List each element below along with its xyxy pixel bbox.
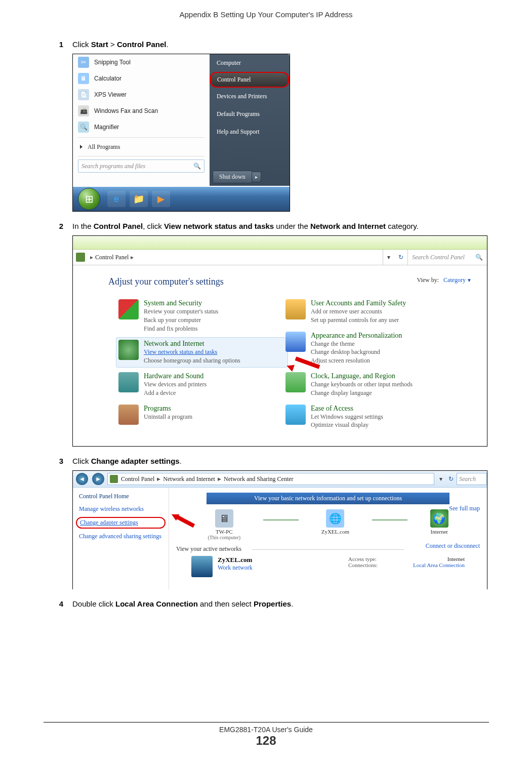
taskbar-ie-icon[interactable]: e — [107, 191, 126, 207]
category-link[interactable]: View devices and printers — [144, 380, 207, 389]
category-title[interactable]: System and Security — [144, 299, 202, 307]
start-item-xps[interactable]: 📄XPS Viewer — [73, 87, 210, 103]
category-link[interactable]: Set up parental controls for any user — [311, 316, 406, 325]
page-number: 128 — [0, 734, 532, 748]
step-number: 3 — [43, 456, 72, 466]
shutdown-group: Shut down ▸ — [213, 171, 261, 183]
breadcrumb[interactable]: Control Panel — [121, 475, 154, 483]
separator — [78, 156, 204, 156]
globe-icon — [118, 340, 139, 360]
start-item-fax[interactable]: 📠Windows Fax and Scan — [73, 103, 210, 119]
monitor-icon — [285, 332, 306, 352]
category-title[interactable]: Clock, Language, and Region — [311, 372, 395, 380]
category-link[interactable]: Let Windows suggest settings — [311, 413, 383, 421]
ease-icon — [285, 405, 306, 425]
breadcrumb-bar[interactable]: Control Panel ▶ Network and Internet ▶ N… — [107, 473, 434, 485]
active-network: ZyXEL.com Work network Access type:Inter… — [191, 556, 480, 577]
start-orb[interactable]: ⊞ — [78, 188, 100, 210]
category-title[interactable]: Network and Internet — [144, 340, 204, 347]
category-link[interactable]: Back up your computer — [144, 316, 218, 325]
screenshot-control-panel: ▸ Control Panel ▸ ▾ ↻ Search Control Pan… — [72, 235, 487, 447]
view-by-dropdown[interactable]: Category — [443, 276, 466, 284]
dropdown-icon[interactable]: ▾ — [436, 475, 445, 483]
category-link[interactable]: Change desktop background — [311, 348, 402, 356]
breadcrumb[interactable]: Network and Sharing Center — [224, 475, 294, 483]
category-link[interactable]: Uninstall a program — [144, 413, 192, 421]
side-home[interactable]: Control Panel Home — [79, 493, 162, 500]
category-title[interactable]: Programs — [144, 405, 171, 412]
separator — [78, 137, 204, 138]
local-area-connection-link[interactable]: Local Area Connection — [413, 562, 465, 568]
category-link[interactable]: Change keyboards or other input methods — [311, 380, 413, 389]
category-link[interactable]: Choose homegroup and sharing options — [144, 356, 240, 365]
change-adapter-settings-link[interactable]: Change adapter settings — [76, 517, 166, 529]
category-link[interactable]: Add a device — [144, 389, 207, 397]
chevron-icon: ▶ — [218, 476, 221, 481]
divider — [44, 722, 489, 722]
triangle-icon — [80, 145, 83, 149]
category-link[interactable]: Change display language — [311, 389, 413, 397]
active-type-link[interactable]: Work network — [218, 564, 253, 572]
step-1: 1 Click Start > Control Panel. — [43, 39, 489, 50]
side-link-advanced[interactable]: Change advanced sharing settings — [79, 533, 162, 540]
category-link[interactable]: Find and fix problems — [144, 325, 218, 333]
nav-fwd-button[interactable]: ► — [92, 473, 104, 485]
all-programs[interactable]: All Programs — [73, 140, 210, 154]
step-number: 1 — [43, 39, 72, 50]
address-bar: ◄ ► Control Panel ▶ Network and Internet… — [73, 471, 487, 488]
nav-back-button[interactable]: ◄ — [76, 473, 88, 485]
node-network: 🌐 ZyXEL.com — [321, 509, 349, 540]
search-input[interactable]: Search Control Panel🔍 — [407, 250, 487, 265]
category-title[interactable]: User Accounts and Family Safety — [311, 299, 406, 307]
start-right-default[interactable]: Default Programs — [210, 105, 290, 123]
start-right-help[interactable]: Help and Support — [210, 123, 290, 141]
taskbar-media-icon[interactable]: ▶ — [152, 191, 170, 207]
pc-icon: 🖥 — [215, 509, 233, 528]
start-right-devices[interactable]: Devices and Printers — [210, 88, 290, 105]
view-network-status-link[interactable]: View network status and tasks — [144, 348, 240, 356]
search-input[interactable]: Search programs and files🔍 — [78, 159, 204, 173]
start-item-snipping[interactable]: ✂Snipping Tool — [73, 54, 210, 70]
step-text: In the Control Panel, click View network… — [72, 221, 489, 231]
connection-line — [372, 519, 407, 520]
footer-title: EMG2881-T20A User's Guide — [0, 726, 532, 734]
clock-icon — [285, 372, 306, 392]
control-panel-icon — [110, 475, 118, 483]
category-title[interactable]: Hardware and Sound — [144, 372, 203, 380]
category-link[interactable]: Add or remove user accounts — [311, 307, 406, 316]
step-3: 3 Click Change adapter settings. — [43, 456, 489, 466]
taskbar-explorer-icon[interactable]: 📁 — [130, 191, 148, 207]
category-title[interactable]: Appearance and Personalization — [311, 332, 402, 339]
start-right-control-panel[interactable]: Control Panel — [210, 72, 290, 88]
refresh-icon[interactable]: ↻ — [445, 475, 457, 483]
node-pc: 🖥 TW-PC (This computer) — [208, 509, 240, 540]
printer-icon — [118, 372, 139, 392]
step-text: Click Start > Control Panel. — [72, 39, 489, 50]
shutdown-options-button[interactable]: ▸ — [252, 172, 261, 182]
category-title[interactable]: Ease of Access — [311, 405, 353, 412]
refresh-icon[interactable]: ↻ — [394, 254, 407, 261]
category-link[interactable]: Change the theme — [311, 340, 402, 348]
category-link[interactable]: Review your computer's status — [144, 307, 218, 316]
breadcrumb[interactable]: Network and Internet — [163, 475, 215, 483]
step-number: 4 — [43, 598, 72, 609]
start-item-magnifier[interactable]: 🔍Magnifier — [73, 119, 210, 135]
side-link-wireless[interactable]: Manage wireless networks — [79, 505, 162, 513]
shutdown-button[interactable]: Shut down — [213, 171, 252, 183]
taskbar: ⊞ e 📁 ▶ — [73, 187, 290, 211]
step-4: 4 Double click Local Area Connection and… — [43, 598, 489, 609]
cat-users: User Accounts and Family Safety Add or r… — [285, 299, 453, 325]
users-icon — [285, 299, 306, 319]
start-item-calculator[interactable]: 🖩Calculator — [73, 70, 210, 87]
cat-network-internet: Network and Internet View network status… — [116, 337, 288, 368]
cat-ease: Ease of Access Let Windows suggest setti… — [285, 405, 453, 430]
see-full-map-link[interactable]: See full map — [449, 505, 480, 512]
search-input[interactable]: Search — [457, 473, 487, 485]
cat-system-security: System and Security Review your computer… — [118, 299, 285, 333]
category-link[interactable]: Adjust screen resolution — [311, 356, 402, 365]
dropdown-icon[interactable]: ▾ — [383, 254, 394, 261]
breadcrumb[interactable]: Control Panel — [95, 254, 129, 261]
step-2: 2 In the Control Panel, click View netwo… — [43, 221, 489, 231]
category-link[interactable]: Optimize visual display — [311, 421, 383, 429]
start-right-computer[interactable]: Computer — [210, 54, 290, 72]
